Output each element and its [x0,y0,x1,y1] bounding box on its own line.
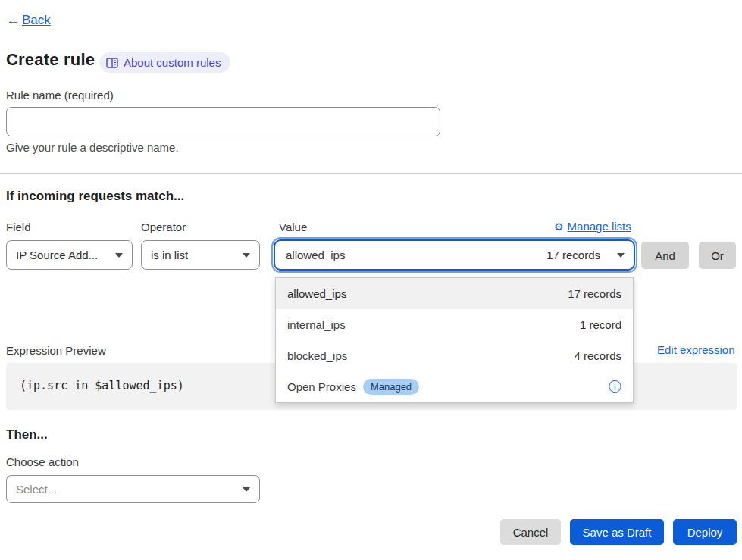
expression-preview-label: Expression Preview [6,344,106,357]
about-pill-label: About custom rules [124,56,221,69]
section-divider [0,173,742,174]
page-title: Create rule [6,50,95,70]
back-link[interactable]: ← Back [6,12,51,29]
action-select-placeholder: Select... [16,483,57,496]
book-icon [106,58,118,68]
field-select-value: IP Source Add... [16,249,98,261]
chevron-down-icon [115,253,123,258]
cancel-button[interactable]: Cancel [500,519,561,545]
list-item-name: Open Proxies [287,380,356,393]
value-select-selected: allowed_ips [286,249,345,261]
deploy-button[interactable]: Deploy [673,519,737,545]
manage-lists-label: Manage lists [568,220,631,233]
value-select[interactable]: allowed_ips 17 records [274,239,635,271]
gear-icon: ⚙ [554,221,564,232]
back-label: Back [22,13,51,28]
back-arrow-icon: ← [6,12,20,29]
create-rule-page: ← Back Create rule About custom rules Ru… [0,0,742,560]
chevron-down-icon [617,253,625,258]
list-item-records: 17 records [568,287,621,300]
list-item-blocked-ips[interactable]: blocked_ips 4 records [276,340,633,371]
and-button[interactable]: And [641,242,689,269]
match-section-heading: If incoming requests match... [6,189,184,204]
list-item-name: blocked_ips [287,349,347,362]
action-select[interactable]: Select... [6,475,260,503]
list-item-name: internal_ips [287,318,346,331]
list-item-name: allowed_ips [287,287,346,300]
field-label: Field [6,221,31,233]
choose-action-label: Choose action [6,455,79,468]
manage-lists-link[interactable]: ⚙ Manage lists [554,220,631,233]
managed-badge: Managed [363,379,419,395]
list-item-internal-ips[interactable]: internal_ips 1 record [276,309,633,340]
list-item-records: 1 record [580,318,621,331]
list-item-open-proxies[interactable]: Open Proxies Managed ⓘ [276,371,633,402]
list-item-allowed-ips[interactable]: allowed_ips 17 records [276,278,633,309]
info-icon[interactable]: ⓘ [609,380,621,393]
list-item-records: 4 records [574,349,621,362]
chevron-down-icon [243,253,250,258]
save-as-draft-button[interactable]: Save as Draft [570,519,664,545]
edit-expression-link[interactable]: Edit expression [657,343,735,356]
rule-name-label: Rule name (required) [6,89,114,102]
then-section-heading: Then... [6,427,48,443]
operator-select-value: is in list [151,249,188,261]
value-dropdown-panel: allowed_ips 17 records internal_ips 1 re… [275,277,634,403]
operator-select[interactable]: is in list [141,240,260,270]
about-custom-rules-link[interactable]: About custom rules [99,52,230,73]
value-select-records: 17 records [546,249,600,261]
field-select[interactable]: IP Source Add... [6,240,133,270]
value-label: Value [279,221,307,233]
chevron-down-icon [243,487,250,492]
rule-name-helper: Give your rule a descriptive name. [6,141,179,154]
or-button[interactable]: Or [699,242,736,269]
operator-label: Operator [141,221,186,233]
rule-name-input[interactable] [6,107,440,136]
